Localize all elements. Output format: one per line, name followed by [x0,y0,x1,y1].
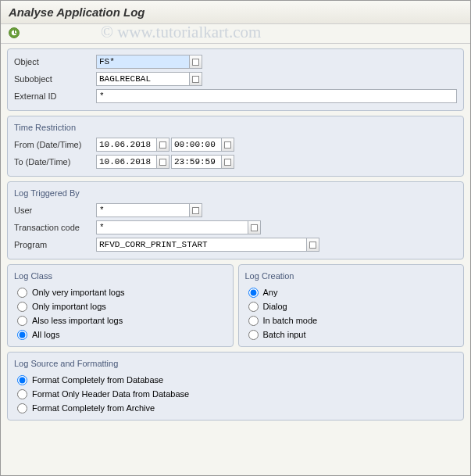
from-time-lookup-icon[interactable] [222,138,234,152]
program-label: Program [14,240,96,249]
log-source-label-1[interactable]: Format Completely from Database [32,375,163,385]
log-class-label-1[interactable]: Only very important logs [32,288,125,297]
to-time-lookup-icon[interactable] [222,155,234,169]
tcode-input[interactable] [96,220,248,234]
log-source-label-2[interactable]: Format Only Header Data from Database [32,389,189,399]
log-source-radio-1[interactable] [17,375,27,385]
user-lookup-icon[interactable] [190,203,202,217]
page-title: Analyse Application Log [1,1,470,24]
log-source-group: Log Source and Formatting Format Complet… [7,352,464,421]
log-creation-label-2[interactable]: Dialog [263,302,287,311]
log-class-label-2[interactable]: Only important logs [32,302,106,311]
tcode-row: Transaction code [14,220,457,235]
log-creation-group: Log Creation Any Dialog In batch mode Ba… [238,264,465,347]
object-lookup-icon[interactable] [190,55,202,69]
log-triggered-group: Log Triggered By User Transaction code P… [7,181,464,259]
log-creation-label-4[interactable]: Batch input [263,330,306,339]
external-id-row: External ID [14,88,457,104]
log-class-title: Log Class [14,270,227,282]
log-class-radio-4[interactable] [17,330,27,340]
time-restriction-title: Time Restriction [14,121,457,134]
toolbar [1,24,470,44]
user-label: User [14,206,96,215]
log-class-label-3[interactable]: Also less important logs [32,316,123,325]
user-row: User [14,202,457,218]
log-source-label-3[interactable]: Format Completely from Archive [32,403,155,413]
program-row: Program [14,237,457,252]
subobject-lookup-icon[interactable] [190,72,202,86]
to-row: To (Date/Time) [14,154,457,170]
log-creation-radio-1[interactable] [248,288,259,298]
from-date-lookup-icon[interactable] [157,138,169,152]
to-date-input[interactable] [96,155,157,169]
subobject-input[interactable] [96,72,190,86]
to-label: To (Date/Time) [14,157,96,166]
to-time-input[interactable] [171,155,222,169]
log-creation-radio-4[interactable] [248,330,259,340]
external-id-input[interactable] [96,89,457,103]
from-date-input[interactable] [96,138,157,152]
object-row: Object [14,54,457,70]
program-lookup-icon[interactable] [307,238,319,252]
log-creation-radio-2[interactable] [248,302,259,312]
subobject-label: Subobject [14,74,96,84]
user-input[interactable] [96,203,190,217]
log-creation-label-1[interactable]: Any [263,288,278,297]
log-creation-radio-3[interactable] [248,316,259,326]
subobject-row: Subobject [14,71,457,87]
content-area: Object Subobject External ID Time Restri… [1,44,470,430]
log-source-radio-3[interactable] [17,403,27,413]
from-time-input[interactable] [171,138,222,152]
object-group: Object Subobject External ID [7,48,464,111]
log-class-label-4[interactable]: All logs [32,330,59,339]
log-source-radio-2[interactable] [17,389,27,399]
log-creation-label-3[interactable]: In batch mode [263,316,318,325]
log-class-group: Log Class Only very important logs Only … [7,264,234,347]
from-row: From (Date/Time) [14,137,457,152]
program-input[interactable] [96,238,307,252]
two-col-container: Log Class Only very important logs Only … [7,264,464,352]
time-restriction-group: Time Restriction From (Date/Time) To (Da… [7,116,464,177]
execute-icon[interactable] [9,27,20,38]
from-label: From (Date/Time) [14,140,96,149]
external-id-label: External ID [14,91,96,101]
tcode-label: Transaction code [14,223,96,232]
to-date-lookup-icon[interactable] [157,155,169,169]
log-class-radio-3[interactable] [17,316,27,326]
object-input[interactable] [96,55,190,69]
log-class-radio-1[interactable] [17,288,27,298]
object-label: Object [14,57,96,66]
log-triggered-title: Log Triggered By [14,187,457,199]
log-creation-title: Log Creation [245,270,458,282]
log-source-title: Log Source and Formatting [14,357,457,370]
log-class-radio-2[interactable] [17,302,27,312]
tcode-lookup-icon[interactable] [248,220,261,234]
